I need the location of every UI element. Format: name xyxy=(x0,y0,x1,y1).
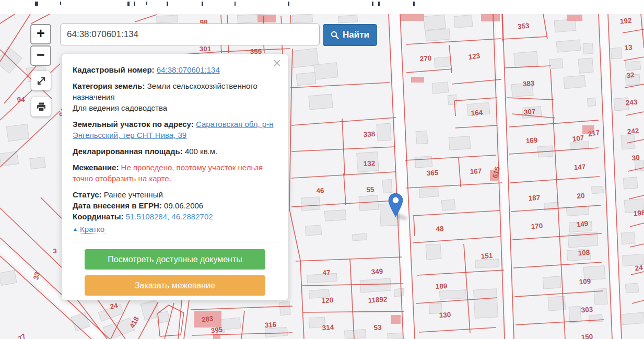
fullscreen-button[interactable] xyxy=(31,71,51,90)
cropped-text-mark xyxy=(35,2,38,6)
map-marker-icon[interactable] xyxy=(388,192,404,219)
cropped-text-mark xyxy=(202,2,203,6)
survey-label: Межевание: xyxy=(73,163,119,172)
parcel-info-popup: × Кадастровый номер: 64:38:070601:134 Ка… xyxy=(62,54,288,300)
cropped-text-mark xyxy=(60,2,61,5)
coordinates-value: 51.5108284, 46.2882702 xyxy=(126,212,213,221)
search-button[interactable]: Найти xyxy=(323,24,377,46)
cropped-header-strip xyxy=(0,0,644,14)
area-row: Декларированная площадь: 400 кв.м. xyxy=(73,146,277,157)
order-survey-button[interactable]: Заказать межевание xyxy=(85,275,265,296)
land-category-label: Категория земель: xyxy=(73,81,145,90)
cadastral-number-row: Кадастровый номер: 64:38:070601:134 xyxy=(73,64,277,75)
search-button-label: Найти xyxy=(343,30,369,40)
cropped-text-mark xyxy=(235,2,236,6)
cropped-text-mark xyxy=(167,2,168,6)
area-label: Декларированная площадь: xyxy=(73,147,183,156)
cadastral-map-app: 9830135594945333772701231643533833071921… xyxy=(0,0,644,339)
status-block: Статус: Ранее учтенный Дата внесения в Е… xyxy=(73,189,277,222)
cropped-text-mark xyxy=(372,2,373,6)
cropped-text-mark xyxy=(146,2,147,5)
collapse-row: ▲ Кратко xyxy=(73,224,277,235)
land-use-value: Для ведения садоводства xyxy=(73,103,167,112)
land-category-row: Категория земель: Земли сельскохозяйстве… xyxy=(73,80,277,113)
search-input[interactable] xyxy=(60,24,320,45)
zoom-in-button[interactable]: + xyxy=(30,24,51,44)
cropped-text-mark xyxy=(288,2,289,6)
expand-arrows-icon xyxy=(36,76,46,86)
area-value: 400 кв.м. xyxy=(185,147,217,156)
popup-divider xyxy=(73,242,277,242)
close-icon[interactable]: × xyxy=(273,56,281,71)
cropped-text-mark xyxy=(378,2,380,6)
cropped-text-mark xyxy=(127,2,130,6)
collapse-link[interactable]: Кратко xyxy=(80,225,104,234)
printer-icon xyxy=(36,102,46,112)
view-documents-button[interactable]: Посмотреть доступные документы xyxy=(85,249,265,270)
egrn-date-value: 09.06.2006 xyxy=(164,201,203,210)
address-label: Земельный участок по адресу: xyxy=(73,120,194,128)
cadastral-number-label: Кадастровый номер: xyxy=(73,65,155,74)
zoom-out-button[interactable]: − xyxy=(30,45,51,66)
cadastral-number-link[interactable]: 64:38:070601:134 xyxy=(157,65,220,74)
address-row: Земельный участок по адресу: Саратовская… xyxy=(73,119,277,141)
egrn-date-label: Дата внесения в ЕГРН: xyxy=(73,201,162,210)
search-icon xyxy=(331,31,339,39)
status-label: Статус: xyxy=(73,190,102,199)
print-button[interactable] xyxy=(31,97,51,116)
collapse-triangle-icon: ▲ xyxy=(73,226,78,232)
coordinates-label: Координаты: xyxy=(73,212,124,221)
status-value: Ранее учтенный xyxy=(104,190,163,199)
cropped-text-mark xyxy=(413,2,415,6)
cropped-text-mark xyxy=(134,2,135,6)
survey-row: Межевание: Не проведено, поэтому участок… xyxy=(73,162,277,184)
